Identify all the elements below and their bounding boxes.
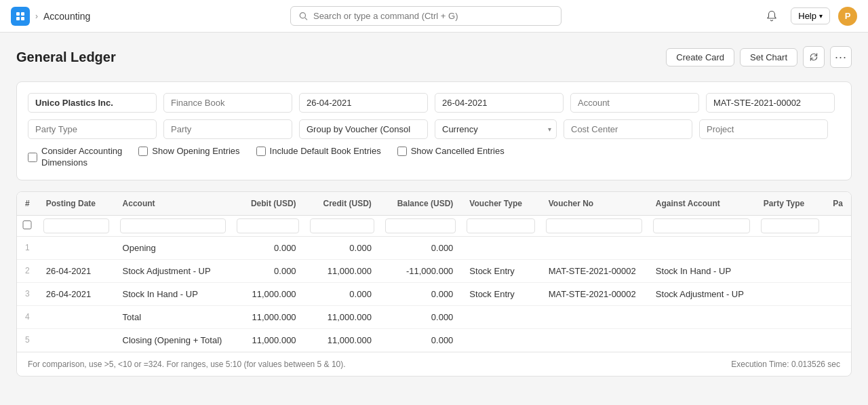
user-avatar[interactable]: P bbox=[838, 7, 857, 26]
cell-voucher-type: Stock Entry bbox=[461, 259, 540, 282]
cell-voucher-type bbox=[461, 305, 540, 328]
cost-center-filter[interactable] bbox=[564, 119, 692, 139]
include-default-label[interactable]: Include Default Book Entries bbox=[270, 146, 381, 157]
col-posting-date: Posting Date bbox=[38, 192, 115, 216]
ledger-table: # Posting Date Account Debit (USD) Credi… bbox=[17, 192, 851, 352]
filter-row-1 bbox=[28, 93, 840, 113]
cell-credit: 11,000.000 bbox=[304, 328, 380, 351]
table-footer: For comparison, use >5, <10 or =324. For… bbox=[17, 352, 851, 376]
filter-ptype-cell bbox=[755, 215, 825, 236]
create-card-button[interactable]: Create Card bbox=[666, 48, 734, 66]
filter-date-cell bbox=[38, 215, 115, 236]
show-opening-label[interactable]: Show Opening Entries bbox=[152, 146, 239, 157]
select-all-checkbox[interactable] bbox=[22, 220, 32, 229]
account-filter[interactable] bbox=[570, 93, 699, 113]
filter-ptype-input[interactable] bbox=[761, 218, 819, 233]
cell-pa bbox=[825, 328, 851, 351]
show-cancelled-label[interactable]: Show Cancelled Entries bbox=[411, 146, 505, 157]
cell-debit: 0.000 bbox=[231, 259, 304, 282]
help-button[interactable]: Help ▾ bbox=[791, 7, 830, 24]
cell-date bbox=[38, 305, 115, 328]
col-party-type: Party Type bbox=[755, 192, 825, 216]
cell-num: 2 bbox=[17, 259, 38, 282]
breadcrumb-label: Accounting bbox=[43, 11, 90, 22]
cell-num: 4 bbox=[17, 305, 38, 328]
more-icon: ··· bbox=[835, 50, 847, 64]
finance-book-filter[interactable] bbox=[163, 93, 292, 113]
party-filter[interactable] bbox=[163, 119, 292, 139]
show-opening-checkbox[interactable] bbox=[138, 147, 148, 156]
filter-pa-cell bbox=[825, 215, 851, 236]
filter-against-input[interactable] bbox=[653, 218, 750, 233]
cell-party-type bbox=[755, 259, 825, 282]
filter-vtype-input[interactable] bbox=[467, 218, 534, 233]
svg-rect-1 bbox=[21, 12, 24, 16]
filter-credit-cell bbox=[304, 215, 380, 236]
filter-date-input[interactable] bbox=[43, 218, 109, 233]
refresh-button[interactable] bbox=[803, 46, 825, 68]
main-content: General Ledger Create Card Set Chart ··· bbox=[0, 33, 868, 390]
to-date-filter[interactable] bbox=[435, 93, 564, 113]
show-cancelled-checkbox[interactable] bbox=[397, 147, 407, 156]
project-filter[interactable] bbox=[699, 119, 828, 139]
currency-select[interactable]: Currency bbox=[435, 119, 557, 139]
col-pa: Pa bbox=[825, 192, 851, 216]
cell-pa bbox=[825, 282, 851, 305]
topnav: › Accounting Help ▾ P bbox=[0, 0, 868, 33]
filter-section: Currency ▾ Consider AccountingDimensions… bbox=[16, 81, 852, 180]
cell-account: Stock Adjustment - UP bbox=[115, 259, 232, 282]
breadcrumb-chevron: › bbox=[35, 12, 38, 21]
filter-account-input[interactable] bbox=[120, 218, 226, 233]
search-box[interactable] bbox=[290, 6, 561, 26]
cell-against-account bbox=[648, 236, 755, 259]
svg-rect-0 bbox=[16, 12, 20, 16]
table-row: 2 26-04-2021 Stock Adjustment - UP 0.000… bbox=[17, 259, 851, 282]
svg-point-4 bbox=[300, 12, 305, 18]
consider-accounting-checkbox[interactable] bbox=[28, 153, 37, 162]
cell-voucher-type bbox=[461, 236, 540, 259]
table-row: 3 26-04-2021 Stock In Hand - UP 11,000.0… bbox=[17, 282, 851, 305]
filter-account-cell bbox=[115, 215, 232, 236]
cell-against-account bbox=[648, 328, 755, 351]
party-type-filter[interactable] bbox=[28, 119, 157, 139]
filter-against-cell bbox=[648, 215, 755, 236]
col-debit: Debit (USD) bbox=[231, 192, 304, 216]
filter-vno-cell bbox=[540, 215, 648, 236]
cell-against-account: Stock In Hand - UP bbox=[648, 259, 755, 282]
more-options-button[interactable]: ··· bbox=[830, 46, 852, 68]
table-body: 1 Opening 0.000 0.000 0.000 2 26-04-2021… bbox=[17, 236, 851, 351]
bell-icon bbox=[766, 10, 778, 22]
filter-vno-input[interactable] bbox=[546, 218, 642, 233]
filter-num-cell bbox=[17, 215, 38, 236]
col-voucher-no: Voucher No bbox=[540, 192, 648, 216]
search-container bbox=[290, 6, 561, 26]
notifications-button[interactable] bbox=[761, 5, 783, 27]
filter-credit-input[interactable] bbox=[310, 218, 374, 233]
svg-line-5 bbox=[304, 18, 307, 20]
cell-credit: 0.000 bbox=[304, 282, 380, 305]
app-icon[interactable] bbox=[11, 7, 30, 26]
table-header-row: # Posting Date Account Debit (USD) Credi… bbox=[17, 192, 851, 216]
filter-balance-cell bbox=[380, 215, 461, 236]
filter-balance-input[interactable] bbox=[385, 218, 456, 233]
include-default-checkbox[interactable] bbox=[256, 147, 266, 156]
voucher-no-filter[interactable] bbox=[706, 93, 835, 113]
set-chart-button[interactable]: Set Chart bbox=[740, 48, 797, 66]
search-input[interactable] bbox=[313, 11, 553, 21]
show-cancelled-checkbox-item: Show Cancelled Entries bbox=[397, 146, 505, 157]
help-chevron-icon: ▾ bbox=[819, 12, 823, 20]
from-date-filter[interactable] bbox=[299, 93, 428, 113]
col-balance: Balance (USD) bbox=[380, 192, 461, 216]
cell-credit: 0.000 bbox=[304, 236, 380, 259]
company-filter[interactable] bbox=[28, 93, 157, 113]
cell-balance: -11,000.000 bbox=[380, 259, 461, 282]
cell-debit: 11,000.000 bbox=[231, 305, 304, 328]
cell-account: Opening bbox=[115, 236, 232, 259]
consider-accounting-label[interactable]: Consider AccountingDimensions bbox=[41, 146, 122, 169]
include-default-checkbox-item: Include Default Book Entries bbox=[256, 146, 381, 157]
cell-voucher-no: MAT-STE-2021-00002 bbox=[540, 282, 648, 305]
group-by-filter[interactable] bbox=[299, 119, 428, 139]
header-actions: Create Card Set Chart ··· bbox=[666, 46, 852, 68]
cell-voucher-no bbox=[540, 305, 648, 328]
filter-debit-input[interactable] bbox=[237, 218, 298, 233]
